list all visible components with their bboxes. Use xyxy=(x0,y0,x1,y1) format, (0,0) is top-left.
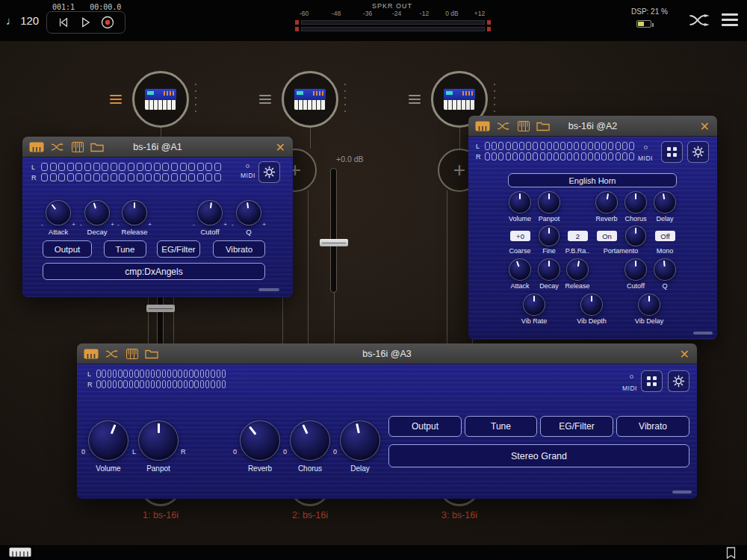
a2-cutoff-knob[interactable] xyxy=(624,258,647,281)
meter-cell xyxy=(211,370,215,378)
resize-grip[interactable] xyxy=(693,332,713,335)
meter-cell xyxy=(93,173,100,181)
a2-volume-knob[interactable] xyxy=(509,191,531,214)
patch-wire xyxy=(310,128,311,149)
plugin-window-a1[interactable]: bs-16i @A1 ✕ L R MIDI Attack Decay Relea… xyxy=(22,137,293,297)
a3-volume-knob[interactable] xyxy=(88,420,128,461)
a2-attack-knob[interactable] xyxy=(509,258,531,281)
mono-switch[interactable]: Off xyxy=(655,231,675,241)
window-titlebar[interactable]: bs-16i @A1 ✕ xyxy=(22,137,293,158)
a2-chorus-knob[interactable] xyxy=(624,191,647,214)
meter-cell xyxy=(108,380,112,388)
plugin-window-a3[interactable]: bs-16i @A3 ✕ L R MIDI 0 L R 0 0 0 Volume… xyxy=(77,343,697,499)
meter-cell xyxy=(526,152,531,161)
meter-cell xyxy=(118,370,123,378)
settings-button[interactable] xyxy=(258,161,280,183)
knob-label: Vib Depth xyxy=(565,317,618,325)
meter-cell xyxy=(151,380,155,388)
a1-attack-knob[interactable] xyxy=(46,200,71,225)
tab-output[interactable]: Output xyxy=(388,416,462,437)
a3-delay-knob[interactable] xyxy=(340,420,380,461)
layout-grid-button[interactable] xyxy=(661,141,683,163)
a2-decay-knob[interactable] xyxy=(538,258,560,281)
preset-selector[interactable]: Stereo Grand xyxy=(388,444,689,467)
close-button[interactable]: ✕ xyxy=(680,343,689,364)
a3-panpot-knob[interactable] xyxy=(138,420,179,461)
resize-grip[interactable] xyxy=(258,288,279,291)
a3-chorus-knob[interactable] xyxy=(290,420,330,461)
a2-vib-depth-knob[interactable] xyxy=(580,293,603,316)
tempo-display[interactable]: ♩ 120 xyxy=(6,14,39,27)
meter-cell xyxy=(41,173,48,181)
instrument-node-1[interactable] xyxy=(132,71,189,128)
meter-cell xyxy=(162,163,169,171)
a2-release-knob[interactable] xyxy=(566,258,589,281)
a2-vib-delay-knob[interactable] xyxy=(638,293,660,316)
meter-cell xyxy=(595,152,600,161)
bookmark-button[interactable] xyxy=(726,547,736,559)
signal-flow-button[interactable] xyxy=(689,11,711,29)
tab-tune[interactable]: Tune xyxy=(104,240,146,258)
play-button[interactable] xyxy=(80,16,91,28)
preset-selector[interactable]: English Horn xyxy=(508,173,677,187)
transport-time: 001:1 00:00.0 xyxy=(52,3,121,11)
tab-vibrato[interactable]: Vibrato xyxy=(213,240,265,258)
a2-fine-knob[interactable] xyxy=(539,225,560,246)
a2-vib-rate-knob[interactable] xyxy=(523,293,545,316)
a2-delay-knob[interactable] xyxy=(654,191,676,214)
a2-portamento-time-knob[interactable] xyxy=(625,225,646,246)
node-canvas[interactable]: +0.0 dB + + SPKR SPKR SPKR 1: bs-16i 2: … xyxy=(0,41,747,545)
a1-decay-knob[interactable] xyxy=(84,200,110,225)
tab-tune[interactable]: Tune xyxy=(465,416,537,437)
tab-eg-filter[interactable]: EG/Filter xyxy=(157,240,200,258)
meter-cell xyxy=(178,370,182,378)
keyboard-toggle-button[interactable] xyxy=(9,547,31,557)
record-button[interactable] xyxy=(101,16,114,29)
skip-back-button[interactable] xyxy=(58,16,69,28)
meter-cell xyxy=(622,152,627,161)
a2-reverb-knob[interactable] xyxy=(595,191,618,214)
gear-icon xyxy=(263,166,276,178)
a3-reverb-knob[interactable] xyxy=(240,420,280,461)
pitchbend-range-value[interactable]: 2 xyxy=(568,231,588,241)
portamento-switch[interactable]: On xyxy=(597,231,617,241)
meter-tick: -36 xyxy=(356,10,379,17)
settings-button[interactable] xyxy=(668,370,689,392)
a1-release-knob[interactable] xyxy=(122,200,147,225)
meter-cell xyxy=(102,163,108,171)
a1-q-knob[interactable] xyxy=(236,200,261,225)
meter-cell xyxy=(123,370,128,378)
tab-vibrato[interactable]: Vibrato xyxy=(616,416,689,437)
layout-grid-button[interactable] xyxy=(641,370,663,392)
meter-cell xyxy=(58,173,65,181)
settings-button[interactable] xyxy=(687,141,709,163)
channel-fader-track-2[interactable] xyxy=(330,168,337,293)
instrument-node-2[interactable] xyxy=(282,71,338,128)
meter-cell xyxy=(58,163,65,171)
node-menu-button-1[interactable] xyxy=(110,95,122,104)
close-button[interactable]: ✕ xyxy=(700,116,710,137)
tab-output[interactable]: Output xyxy=(43,240,92,258)
window-titlebar[interactable]: bs-16i @A3 ✕ xyxy=(77,343,697,364)
resize-grip[interactable] xyxy=(672,491,692,494)
meter-cell xyxy=(140,380,144,388)
synth-thumbnail xyxy=(444,89,475,110)
close-button[interactable]: ✕ xyxy=(276,137,285,158)
node-menu-button-2[interactable] xyxy=(259,95,271,104)
meter-cell xyxy=(84,163,91,171)
node-menu-button-3[interactable] xyxy=(409,95,421,104)
a2-q-knob[interactable] xyxy=(654,258,676,281)
plugin-window-a2[interactable]: bs-16i @A2 ✕ L R MIDI English Horn Volum… xyxy=(468,116,717,340)
preset-selector[interactable]: cmp:DxAngels xyxy=(43,263,265,280)
meter-cell xyxy=(588,142,593,150)
tab-eg-filter[interactable]: EG/Filter xyxy=(540,416,613,437)
window-titlebar[interactable]: bs-16i @A2 ✕ xyxy=(468,116,717,137)
a1-cutoff-knob[interactable] xyxy=(197,200,223,225)
knob-label: Mono xyxy=(646,247,684,255)
channel-fader-handle-1[interactable] xyxy=(146,305,175,312)
grid-icon xyxy=(667,147,677,157)
a2-panpot-knob[interactable] xyxy=(538,191,560,214)
channel-fader-handle-2[interactable] xyxy=(320,239,348,246)
menu-button[interactable] xyxy=(722,13,738,26)
coarse-value[interactable]: +0 xyxy=(510,231,530,241)
